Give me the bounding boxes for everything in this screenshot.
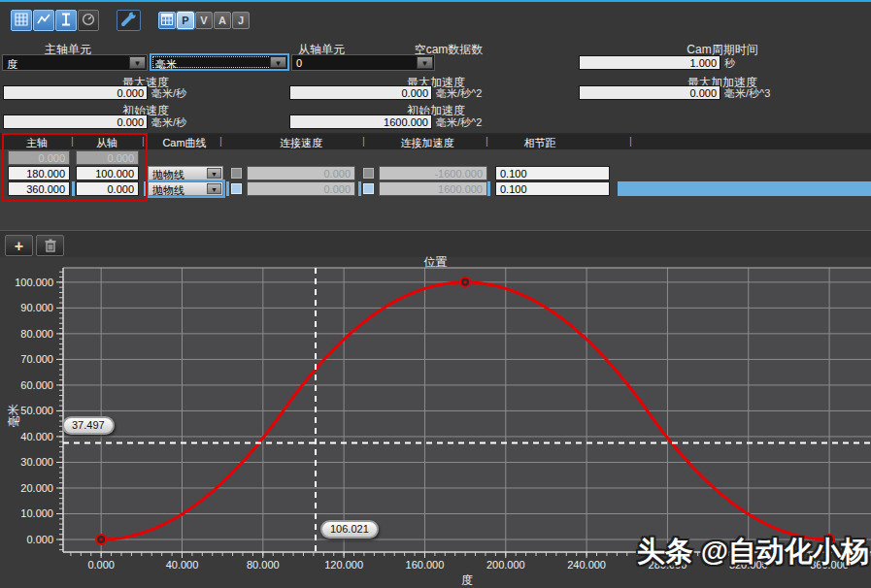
chevron-down-icon[interactable]: ▼ <box>270 56 286 68</box>
chart-title: 位置 <box>0 254 871 271</box>
col-phase-pitch[interactable]: 相节距 <box>501 136 579 150</box>
slave-axis-cell[interactable]: 0.000 <box>76 181 139 196</box>
max-jerk-input[interactable]: 0.000 <box>579 85 720 100</box>
conn-velocity-cell[interactable]: 0.000 <box>247 166 355 180</box>
table-row: 360.0000.000抛物线▼0.0001600.0000.100 <box>0 181 871 196</box>
y-axis-label: 毫米 <box>6 394 19 437</box>
selection-strip <box>144 181 147 196</box>
slave-unit-select[interactable]: 毫米 ▼ <box>150 53 289 71</box>
table-header: 主轴 | 从轴 | Cam曲线 | 连接速度 | 连接加速度 | 相节距 | <box>0 134 871 149</box>
tab-position-icon[interactable]: P <box>177 12 194 29</box>
col-cam-curve[interactable]: Cam曲线 <box>151 136 218 150</box>
data-table-icon[interactable] <box>158 12 176 29</box>
table-row: 180.000100.000抛物线▼0.000-1600.0000.100 <box>0 166 871 180</box>
conn-accel-checkbox[interactable] <box>363 183 374 194</box>
selection-strip <box>226 181 229 196</box>
svg-text:100.000: 100.000 <box>15 277 53 288</box>
cam-curve-value: 抛物线 <box>152 168 184 182</box>
svg-text:20.000: 20.000 <box>20 482 53 494</box>
tab-accel-icon[interactable]: A <box>214 12 231 29</box>
empty-cam-count-select[interactable]: 0 ▼ <box>291 54 435 71</box>
header-separator: | <box>629 135 632 147</box>
svg-text:40.000: 40.000 <box>166 559 199 571</box>
master-unit-value: 度 <box>7 57 17 72</box>
cursor-x-tooltip: 106.021 <box>320 520 379 539</box>
curve-chart-icon[interactable] <box>33 10 54 31</box>
conn-accel-checkbox[interactable] <box>363 168 374 179</box>
add-row-button[interactable]: + <box>5 235 33 256</box>
empty-cam-count-value: 0 <box>296 57 302 69</box>
cursor-y-tooltip: 37.497 <box>62 416 115 435</box>
cam-curve-select[interactable]: 抛物线▼ <box>148 181 223 196</box>
svg-text:0.000: 0.000 <box>26 534 53 545</box>
col-conn-accel[interactable]: 连接加速度 <box>384 136 471 150</box>
svg-text:10.000: 10.000 <box>20 507 53 519</box>
slave-axis-cell[interactable]: 100.000 <box>76 166 139 180</box>
conn-accel-cell[interactable]: 1600.000 <box>379 181 487 196</box>
ibeam-cursor-icon[interactable] <box>55 10 77 31</box>
selection-strip <box>358 181 361 196</box>
chevron-down-icon[interactable]: ▼ <box>129 56 146 69</box>
selected-row-bar[interactable] <box>618 181 871 196</box>
header-separator: | <box>142 135 145 147</box>
header-separator: | <box>71 135 74 147</box>
init-accel-input[interactable]: 1600.000 <box>289 114 432 129</box>
cam-curve-select[interactable]: 抛物线▼ <box>148 166 223 180</box>
phase-pitch-cell[interactable]: 0.100 <box>495 181 610 196</box>
svg-text:30.000: 30.000 <box>20 456 53 468</box>
svg-text:240.000: 240.000 <box>567 559 606 571</box>
init-velocity-unit: 毫米/秒 <box>151 115 186 130</box>
conn-accel-cell[interactable]: -1600.000 <box>379 166 487 180</box>
conn-velocity-checkbox[interactable] <box>231 168 242 179</box>
cam-profile-editor-window: PVAJ 主轴单元 从轴单元 空cam数据数 Cam周期时间 最大速度 最大加速… <box>0 0 871 588</box>
header-separator: | <box>486 135 488 147</box>
selection-strip <box>487 181 490 196</box>
master-axis-cell[interactable]: 360.000 <box>8 181 70 196</box>
svg-text:80.000: 80.000 <box>247 559 280 571</box>
x-axis-label: 度 <box>63 572 871 588</box>
chevron-down-icon[interactable]: ▼ <box>417 56 433 69</box>
selection-strip <box>72 181 75 196</box>
gauge-icon[interactable] <box>78 10 99 31</box>
phase-pitch-cell[interactable]: 0.100 <box>495 166 610 180</box>
col-conn-velocity[interactable]: 连接速度 <box>262 136 340 150</box>
cam-period-input[interactable]: 1.000 <box>579 55 720 70</box>
master-unit-select[interactable]: 度 ▼ <box>2 54 148 71</box>
col-slave-axis[interactable]: 从轴 <box>78 136 136 150</box>
max-velocity-unit: 毫米/秒 <box>151 86 186 101</box>
tab-jerk-icon[interactable]: J <box>232 12 250 29</box>
conn-velocity-checkbox[interactable] <box>231 183 242 194</box>
init-velocity-input[interactable]: 0.000 <box>3 114 148 129</box>
svg-text:70.000: 70.000 <box>20 353 53 365</box>
svg-text:50.000: 50.000 <box>20 405 53 416</box>
header-separator: | <box>219 135 222 147</box>
svg-text:160.000: 160.000 <box>406 559 445 571</box>
max-accel-unit: 毫米/秒^2 <box>436 86 482 101</box>
cam-period-unit: 秒 <box>724 56 735 71</box>
chevron-down-icon[interactable]: ▼ <box>207 168 221 179</box>
wrench-settings-icon[interactable] <box>117 10 141 31</box>
slave-unit-value: 毫米 <box>155 57 177 72</box>
chevron-down-icon[interactable]: ▼ <box>207 183 221 194</box>
svg-text:200.000: 200.000 <box>486 559 525 571</box>
master-axis-cell[interactable]: 0.000 <box>8 150 70 165</box>
conn-velocity-cell[interactable]: 0.000 <box>247 181 355 196</box>
master-axis-cell[interactable]: 180.000 <box>8 166 70 180</box>
col-master-axis[interactable]: 主轴 <box>8 136 66 150</box>
max-accel-input[interactable]: 0.000 <box>289 85 432 100</box>
max-velocity-input[interactable]: 0.000 <box>3 85 148 100</box>
watermark: 头条 @自动化小杨 <box>637 533 869 572</box>
svg-text:60.000: 60.000 <box>20 379 53 391</box>
svg-text:90.000: 90.000 <box>20 302 53 313</box>
plus-icon: + <box>15 238 23 254</box>
table-row: 0.0000.000 <box>0 150 871 165</box>
svg-text:120.000: 120.000 <box>324 559 363 571</box>
delete-row-button[interactable] <box>36 235 64 256</box>
tab-velocity-icon[interactable]: V <box>195 12 213 29</box>
slave-axis-cell[interactable]: 0.000 <box>76 150 139 165</box>
grid-table-icon[interactable] <box>11 10 32 31</box>
header-separator: | <box>362 135 365 147</box>
svg-text:0.000: 0.000 <box>87 559 115 571</box>
init-accel-unit: 毫米/秒^2 <box>436 115 482 130</box>
svg-text:40.000: 40.000 <box>20 431 53 442</box>
